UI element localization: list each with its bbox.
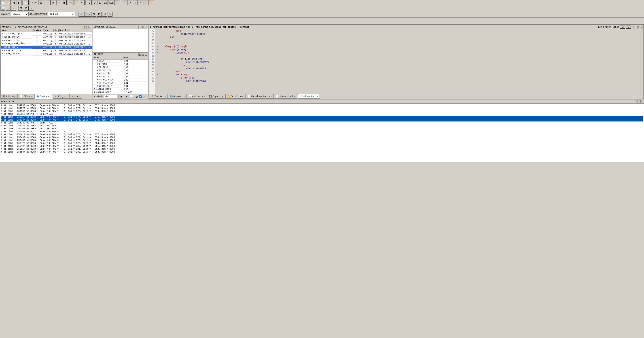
code-line[interactable]: ▼ always @(*) begin: [157, 45, 639, 48]
zoom-sel-btn[interactable]: ⊞: [97, 12, 102, 16]
step-btn[interactable]: ⏭: [56, 0, 61, 5]
transcript-content[interactable]: # at time 254957 ns READ : Bank = 0 ROW …: [0, 104, 644, 162]
rtab-close-Tracker[interactable]: ×: [164, 95, 166, 98]
table-row[interactable]: ♦ sdram_init.v ✓ Verilog 2 04/13/2022 11…: [1, 39, 92, 42]
right-tab-dataflow[interactable]: 🔀Dataflow×: [226, 94, 245, 99]
list-item[interactable]: ♦ s_rstn 1h1: [93, 63, 148, 66]
cursor2-btn[interactable]: ↗: [128, 0, 132, 5]
list-item[interactable]: ♦ sdram_clk 1h0: [93, 69, 148, 72]
right-tab-sdram_read-v[interactable]: 📄sdram_read.v: [274, 94, 298, 99]
right-tab-analysis[interactable]: 📊Analysis×: [187, 94, 207, 99]
tab-files[interactable]: 📄Files×: [18, 94, 34, 99]
transcript-max-btn[interactable]: □: [637, 100, 640, 103]
compile-btn[interactable]: 🔨: [69, 0, 74, 5]
O-btn[interactable]: O: [92, 0, 97, 5]
1a-btn[interactable]: 1a: [103, 0, 108, 5]
right-tab-tracker[interactable]: 📍Tracker×: [149, 94, 168, 99]
run-btn[interactable]: ▶: [51, 0, 56, 5]
col-status[interactable]: Status: [32, 29, 42, 32]
project-minimize-btn[interactable]: ─: [82, 26, 85, 28]
code-line[interactable]: if(flag_init_end): [157, 58, 639, 61]
col-modified[interactable]: Modified: [58, 29, 92, 32]
obj-close-btn[interactable]: ×: [145, 53, 147, 56]
code-line[interactable]: end: [157, 36, 639, 39]
tab-project[interactable]: 🗂Project: [53, 94, 70, 99]
table-row[interactable]: ♦ sdram_aref.v ✓ Verilog 1 04/14/2022 08…: [1, 36, 92, 39]
open-btn[interactable]: 📂: [6, 0, 11, 5]
list-item[interactable]: + ♦ sdram_bank 2h0: [93, 88, 148, 91]
code-line[interactable]: ▼ ARBIT:begin: [157, 73, 639, 76]
list-item[interactable]: ♦ sdram_cke 1h1: [93, 72, 148, 75]
cursor3-btn[interactable]: ↕: [133, 0, 138, 5]
list-item[interactable]: ♦ sclk 1h1: [93, 60, 148, 63]
code-max-btn[interactable]: □: [636, 26, 639, 28]
col-layout-select[interactable]: Default: [48, 12, 75, 16]
tab-close-Files[interactable]: ×: [31, 95, 32, 98]
forward-btn[interactable]: ▶: [16, 0, 22, 5]
table-row[interactable]: ♦ sdram_read.v ✓ Verilog 6 04/17/2022 02…: [1, 52, 92, 56]
rtab-close-Browser[interactable]: ×: [183, 95, 184, 98]
restart-btn[interactable]: ⏮: [46, 0, 50, 5]
collapse-marker[interactable]: ▼: [157, 46, 158, 48]
zoom-next-btn[interactable]: ▷: [108, 12, 112, 16]
collapse-marker[interactable]: ▼: [157, 52, 158, 54]
stop-btn[interactable]: ⏹: [62, 0, 67, 5]
transcript-min-btn[interactable]: ─: [634, 100, 637, 103]
code-line[interactable]: [157, 42, 639, 45]
zoom-prev-btn[interactable]: ◁: [102, 12, 107, 16]
code-line[interactable]: else: [157, 64, 639, 67]
code-line[interactable]: state<=next_state;: [157, 33, 639, 36]
right-tab-tb_sdram_top-v[interactable]: 📄tb_sdram_top.v×: [246, 94, 274, 99]
simulate-btn[interactable]: ⚡: [74, 0, 79, 5]
up-btn[interactable]: ↑: [6, 6, 11, 10]
find-prev-btn[interactable]: ◀: [118, 95, 123, 98]
code-next-btn[interactable]: ▶: [626, 26, 631, 29]
expand-btn[interactable]: +: [94, 91, 95, 94]
list-item[interactable]: ♦ sdram_ras_n 1h1: [93, 82, 148, 84]
10-btn[interactable]: 10: [98, 0, 102, 5]
code-line[interactable]: end: [157, 70, 639, 73]
list-item[interactable]: ♦ sdram_we_n 1h1: [93, 84, 148, 88]
find-case-cb[interactable]: [139, 95, 142, 98]
expand-btn[interactable]: +: [94, 88, 95, 90]
code-content[interactable]: else state<=next_state; end ▼ always @(*…: [156, 29, 641, 94]
tab-instance[interactable]: 🔷Instance: [34, 94, 53, 99]
zoom-out-btn[interactable]: 🔍-: [85, 12, 91, 16]
code-prev-btn[interactable]: ◀: [620, 26, 625, 29]
tab-close-sim[interactable]: ×: [79, 95, 80, 98]
cursor6-btn[interactable]: 📐: [149, 0, 154, 5]
rtab-close-Analysis[interactable]: ×: [204, 95, 205, 98]
code-line[interactable]: next_state=IDLE;: [157, 67, 639, 70]
search2-btn[interactable]: 🔍: [115, 0, 120, 5]
code-line[interactable]: else: [157, 30, 639, 33]
transcript-close-btn[interactable]: ×: [640, 100, 643, 103]
col-on[interactable]: On: [54, 29, 58, 32]
cursor1-btn[interactable]: ↖: [122, 0, 127, 5]
refresh-btn[interactable]: 🔄: [0, 6, 5, 10]
table-row[interactable]: ♦ sdram_top.v ✓ Verilog 4 04/17/2022 03:…: [1, 46, 92, 49]
cursor5-btn[interactable]: ⇕: [144, 0, 148, 5]
code-line[interactable]: if(ref_req): [157, 76, 639, 80]
list-item[interactable]: ♦ sdram_cs_n 1h0: [93, 75, 148, 78]
zoom-in-btn[interactable]: 🔍+: [78, 12, 85, 16]
layout-select[interactable]: VMgmt: [11, 12, 28, 16]
table-row[interactable]: ♦ tb_sdram_top.v ✓ Verilog 0 04/17/2022 …: [1, 32, 92, 36]
obj-col-name[interactable]: Name: [93, 56, 124, 60]
list-item[interactable]: ♦ rd_trig 1h0: [93, 66, 148, 69]
tab-library[interactable]: 📚Library: [1, 94, 18, 99]
cov-max-btn[interactable]: □: [142, 26, 144, 28]
wave-btn[interactable]: 〜: [80, 0, 84, 5]
find-input[interactable]: [104, 95, 118, 98]
expand-btn[interactable]: ↕: [29, 6, 34, 10]
ALL-btn[interactable]: ALL: [108, 0, 114, 5]
col-type[interactable]: Type: [42, 29, 54, 32]
find-regex-cb[interactable]: [130, 95, 133, 98]
code-line[interactable]: [157, 54, 639, 58]
back-btn[interactable]: ◀: [11, 0, 16, 5]
right-tab-sdram_top-v[interactable]: 📄sdram_top.v: [298, 94, 320, 99]
new-btn[interactable]: 📄: [0, 0, 5, 5]
find-next-btn[interactable]: ▶: [124, 95, 129, 98]
collapse-marker[interactable]: ▼: [157, 74, 158, 76]
project-maximize-btn[interactable]: □: [85, 26, 88, 28]
obj-min-btn[interactable]: ─: [138, 53, 141, 56]
